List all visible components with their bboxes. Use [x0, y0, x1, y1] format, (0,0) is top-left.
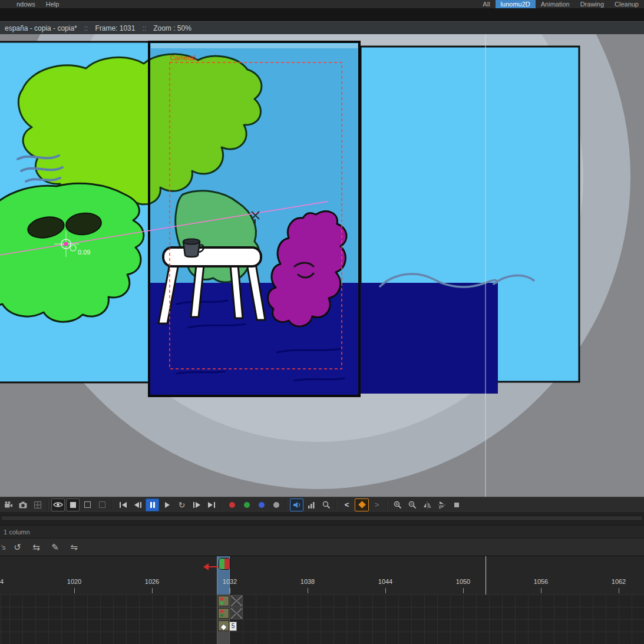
grid-icon: [33, 500, 42, 510]
ruler-label: 1056: [534, 578, 548, 585]
add-keyframe-button[interactable]: [355, 498, 369, 511]
matte-view-button[interactable]: [66, 498, 80, 511]
green-dot-icon: [244, 502, 250, 508]
zoom-out-button[interactable]: [405, 498, 419, 511]
shuffle-columns-button[interactable]: ⇋: [67, 540, 81, 554]
swap-panels-button[interactable]: ⇆: [29, 540, 44, 554]
triangle-right-icon: [196, 502, 200, 508]
menubar-gap: [0, 8, 644, 21]
green-channel-button[interactable]: [240, 498, 253, 511]
pause-bar-icon: [153, 502, 155, 508]
column-count-label: 1 column: [0, 525, 644, 538]
keyframe-cell-row2[interactable]: [218, 608, 229, 619]
reset-view-button[interactable]: [450, 498, 463, 511]
keyframe-green-dot: [220, 614, 223, 617]
zoom-indicator: Zoom : 50%: [153, 24, 191, 32]
toolbar-separator: [336, 500, 337, 510]
exposure-extend-cell-row2[interactable]: [230, 607, 243, 619]
next-frame-button[interactable]: [190, 498, 203, 511]
timeline-toolbar: 's ↺ ⇆ ✎ ⇋: [0, 538, 644, 556]
bar-icon: [214, 502, 215, 508]
ruler-label: 1026: [145, 578, 159, 585]
timeline-grid[interactable]: 5: [0, 595, 644, 644]
enable-sound-button[interactable]: [290, 498, 303, 511]
flip-horizontal-button[interactable]: [420, 498, 434, 511]
show-grid-button[interactable]: [31, 498, 44, 511]
zoom-tool-button[interactable]: [319, 498, 333, 511]
workspace-tab-drawing[interactable]: Drawing: [575, 0, 609, 8]
camera-viewport[interactable]: Camera1 0.09: [0, 34, 644, 497]
keyframe-cell-row3[interactable]: [218, 620, 229, 631]
ruler-tick: [385, 588, 386, 593]
sea-floor-right[interactable]: [361, 283, 498, 394]
blue-channel-button[interactable]: [255, 498, 268, 511]
bar-icon: [140, 502, 141, 508]
statusbar: españa - copia - copia* :: Frame: 1031 :…: [0, 21, 644, 34]
scrollbar-track[interactable]: [1, 516, 643, 521]
loop-button[interactable]: ↻: [175, 498, 189, 511]
workspace-tab-animation[interactable]: Animation: [536, 0, 575, 8]
workspace-tab-cleanup[interactable]: Cleanup: [609, 0, 644, 8]
triangle-right-icon: [165, 502, 170, 508]
workspace-tab-all[interactable]: All: [477, 0, 495, 8]
refresh-button[interactable]: ↺: [11, 540, 25, 554]
document-title: españa - copia - copia*: [5, 24, 77, 32]
range-start-marker[interactable]: [219, 559, 224, 569]
playback-range-marker[interactable]: [219, 558, 230, 570]
pause-bar-icon: [150, 502, 152, 508]
menu-help[interactable]: Help: [41, 1, 65, 8]
red-channel-button[interactable]: [225, 498, 239, 511]
first-frame-button[interactable]: [116, 498, 130, 511]
horizontal-scrollbar[interactable]: [0, 512, 644, 525]
drawing-substitution-box[interactable]: 5: [229, 622, 237, 631]
ruler-tick: [308, 588, 308, 593]
snapshot-button[interactable]: [16, 498, 29, 511]
pause-button[interactable]: [146, 498, 159, 511]
blue-dot-icon: [259, 502, 265, 508]
refresh-icon: ↺: [14, 543, 21, 551]
dim-square-icon: [99, 501, 105, 508]
outline-view-button[interactable]: [81, 498, 94, 511]
filled-square-icon: [70, 502, 76, 508]
loop-icon: ↻: [179, 501, 186, 509]
exposure-extend-cell-row1[interactable]: [230, 595, 243, 607]
photo-camera-icon: [18, 500, 28, 510]
magnifier-icon: [322, 500, 331, 510]
sound-scrubbing-button[interactable]: [305, 498, 318, 511]
bar-icon: [120, 502, 121, 508]
playback-toolbar: ↻ < >: [0, 497, 644, 512]
flip-vertical-icon: [437, 500, 447, 510]
alpha-channel-button[interactable]: [269, 498, 283, 511]
range-end-marker[interactable]: [224, 559, 230, 569]
ruler-tick: [463, 588, 464, 593]
chevron-left-icon: <: [345, 500, 349, 509]
partial-label: 's: [1, 544, 6, 551]
path-value-label: 0.09: [78, 249, 90, 256]
toolbar-separator: [286, 500, 287, 510]
flip-vertical-button[interactable]: [435, 498, 448, 511]
timeline: 1014 1020 1026 1032 1038 1044 1050 1056 …: [0, 556, 644, 644]
workspace-tab-lunomu2d[interactable]: lunomu2D: [496, 0, 536, 8]
zoom-in-button[interactable]: [391, 498, 404, 511]
last-frame-button[interactable]: [204, 498, 218, 511]
ruler-tick: [152, 588, 153, 593]
ruler-tick: [74, 588, 75, 593]
paint-mode-button[interactable]: [95, 498, 109, 511]
toolbar-separator: [221, 500, 222, 510]
render-preview-button[interactable]: [51, 498, 65, 511]
triangle-left-icon: [134, 502, 139, 508]
previous-frame-button[interactable]: [131, 498, 144, 511]
previous-keyframe-button[interactable]: <: [340, 498, 354, 511]
add-drawing-layer-button[interactable]: ✎: [48, 540, 62, 554]
timeline-ruler[interactable]: 1014 1020 1026 1032 1038 1044 1050 1056 …: [0, 556, 644, 595]
menu-windows[interactable]: ndows: [0, 1, 41, 8]
pen-icon: ✎: [51, 543, 59, 551]
small-square-icon: [454, 503, 459, 507]
playhead-arrow-icon[interactable]: [203, 563, 209, 570]
camera-stage[interactable]: Camera1 0.09: [0, 34, 644, 497]
play-button[interactable]: [160, 498, 174, 511]
show-camera-button[interactable]: [1, 498, 15, 511]
next-keyframe-button[interactable]: >: [370, 498, 384, 511]
keyframe-cell-row1[interactable]: [218, 596, 229, 606]
statusbar-separator: ::: [142, 24, 146, 32]
